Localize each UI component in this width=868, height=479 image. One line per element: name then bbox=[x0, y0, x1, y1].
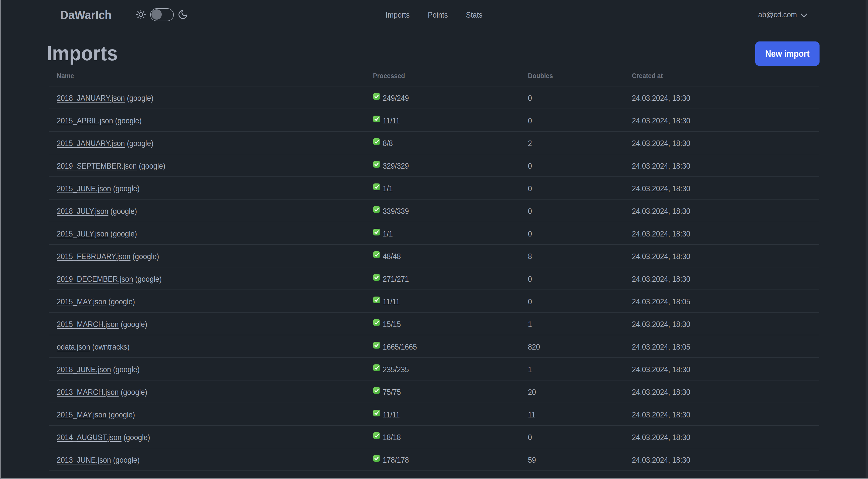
import-file-link[interactable]: 2015_JUNE.json bbox=[57, 184, 111, 193]
check-mark-button-icon bbox=[373, 115, 380, 123]
main-nav: Imports Points Stats bbox=[385, 11, 483, 19]
import-row: 2015_APRIL.json(google) 11/11 0 24.03.20… bbox=[49, 109, 819, 132]
import-doubles-cell: 820 bbox=[520, 335, 624, 357]
import-processed-count: 18/18 bbox=[383, 433, 403, 442]
import-processed-count: 1665/1665 bbox=[383, 342, 421, 352]
account-menu[interactable]: ab@cd.com bbox=[758, 0, 807, 29]
import-processed-count: 329/329 bbox=[383, 161, 412, 171]
import-file-link[interactable]: 2018_JANUARY.json bbox=[57, 93, 125, 102]
table-header-row: Name Processed Doubles Created at bbox=[49, 65, 819, 86]
import-row: 2013_MARCH.json(google) 75/75 20 24.03.2… bbox=[49, 381, 819, 403]
imports-table: Name Processed Doubles Created at 2018_J… bbox=[49, 65, 819, 479]
check-mark-button-icon bbox=[373, 455, 380, 462]
import-processed-cell: 235/235 bbox=[365, 358, 520, 380]
theme-toggle[interactable] bbox=[150, 8, 174, 21]
app-logo[interactable]: DaWarIch bbox=[60, 9, 116, 21]
import-name-cell: odata.json(owntracks) bbox=[49, 335, 365, 357]
import-source-label: (google) bbox=[133, 274, 162, 283]
import-source-label: (google) bbox=[106, 297, 135, 306]
nav-link-imports[interactable]: Imports bbox=[385, 11, 410, 19]
import-created-at-cell: 24.03.2024, 18:30 bbox=[624, 86, 819, 109]
import-doubles-cell: 0 bbox=[520, 267, 624, 290]
import-name-cell: 2013_MARCH.json(google) bbox=[49, 381, 365, 402]
import-doubles-cell: 1 bbox=[520, 312, 624, 335]
import-doubles-cell: 0 bbox=[520, 200, 624, 222]
check-mark-button-icon bbox=[373, 93, 380, 100]
import-processed-count: 11/11 bbox=[383, 297, 402, 306]
window-edge-left bbox=[0, 0, 1, 479]
nav-link-stats[interactable]: Stats bbox=[466, 11, 483, 19]
theme-toggle-knob bbox=[151, 9, 162, 20]
import-source-label: (google) bbox=[111, 184, 140, 193]
import-name-cell: 2018_JULY.json(google) bbox=[49, 200, 365, 222]
check-mark-button-icon bbox=[373, 296, 380, 304]
import-processed-cell: 15/15 bbox=[365, 312, 520, 335]
import-file-link[interactable]: 2013_MARCH.json bbox=[57, 388, 119, 396]
import-file-link[interactable]: 2015_JANUARY.json bbox=[57, 139, 125, 148]
import-row: 2018_JULY.json(google) 339/339 0 24.03.2… bbox=[49, 200, 819, 222]
column-header-name: Name bbox=[49, 65, 365, 86]
import-processed-cell: 8/8 bbox=[365, 132, 520, 154]
import-processed-count: 1/1 bbox=[383, 184, 394, 193]
import-processed-cell: 48/48 bbox=[365, 245, 520, 267]
import-file-link[interactable]: odata.json bbox=[57, 342, 90, 351]
import-processed-cell: 18/18 bbox=[365, 426, 520, 448]
import-file-link[interactable]: 2015_JULY.json bbox=[57, 229, 108, 238]
import-name-cell: 2015_FEBRUARY.json(google) bbox=[49, 245, 365, 267]
import-doubles-cell: 11 bbox=[520, 403, 624, 425]
import-row: odata.json(owntracks) 1665/1665 820 24.0… bbox=[49, 335, 819, 358]
new-import-button[interactable]: New import bbox=[755, 41, 819, 66]
import-file-link[interactable]: 2018_JULY.json bbox=[57, 207, 108, 216]
check-mark-button-icon bbox=[373, 251, 380, 258]
import-created-at-cell: 24.03.2024, 18:05 bbox=[624, 290, 819, 312]
import-source-label: (google) bbox=[111, 365, 140, 374]
import-created-at-cell: 24.03.2024, 18:30 bbox=[624, 222, 819, 244]
import-processed-count: 235/235 bbox=[383, 365, 412, 374]
import-processed-cell: 339/339 bbox=[365, 200, 520, 222]
check-mark-button-icon bbox=[373, 341, 380, 349]
import-processed-cell bbox=[365, 472, 520, 479]
import-file-link[interactable]: 2019_SEPTEMBER.json bbox=[57, 161, 137, 170]
import-doubles-cell: 0 bbox=[520, 154, 624, 176]
check-mark-button-icon bbox=[373, 160, 380, 168]
import-processed-cell: 75/75 bbox=[365, 381, 520, 402]
import-created-at-cell: 24.03.2024, 18:30 bbox=[624, 426, 819, 448]
check-mark-button-icon bbox=[373, 274, 380, 281]
app-logo-label: DaWarIch bbox=[60, 9, 112, 21]
import-processed-cell: 249/249 bbox=[365, 86, 520, 109]
import-doubles-cell: 20 bbox=[520, 381, 624, 402]
import-name-cell: 2015_JULY.json(google) bbox=[49, 222, 365, 244]
import-doubles-cell: 0 bbox=[520, 290, 624, 312]
column-header-created-at: Created at bbox=[624, 65, 819, 86]
import-row: 2015_MAY.json(google) 11/11 11 24.03.202… bbox=[49, 403, 819, 426]
import-created-at-cell: 24.03.2024, 18:30 bbox=[624, 132, 819, 154]
import-processed-count: 271/271 bbox=[383, 274, 412, 284]
import-row: 2015_JANUARY.json(google) 8/8 2 24.03.20… bbox=[49, 132, 819, 154]
import-created-at-cell: 24.03.2024, 18:30 bbox=[624, 109, 819, 131]
import-created-at-cell bbox=[624, 472, 819, 479]
import-file-link[interactable]: 2018_JUNE.json bbox=[57, 365, 111, 374]
import-file-link[interactable]: 2013_JUNE.json bbox=[57, 455, 111, 465]
import-file-link[interactable]: 2015_MAY.json bbox=[57, 297, 106, 306]
import-row-partial bbox=[49, 472, 819, 479]
nav-link-points[interactable]: Points bbox=[428, 11, 448, 19]
import-file-link[interactable]: 2014_AUGUST.json bbox=[57, 433, 122, 442]
import-file-link[interactable]: 2015_MARCH.json bbox=[57, 320, 119, 329]
import-name-cell: 2018_JANUARY.json(google) bbox=[49, 86, 365, 109]
import-doubles-cell: 0 bbox=[520, 222, 624, 244]
import-file-link[interactable]: 2015_APRIL.json bbox=[57, 116, 113, 125]
check-mark-button-icon bbox=[373, 387, 380, 394]
import-processed-cell: 11/11 bbox=[365, 290, 520, 312]
import-file-link[interactable]: 2015_FEBRUARY.json bbox=[57, 252, 131, 261]
import-file-link[interactable]: 2019_DECEMBER.json bbox=[57, 274, 133, 283]
theme-switch bbox=[135, 0, 188, 29]
import-source-label: (google) bbox=[125, 139, 153, 148]
import-created-at-cell: 24.03.2024, 18:30 bbox=[624, 312, 819, 335]
import-created-at-cell: 24.03.2024, 18:30 bbox=[624, 358, 819, 380]
import-file-link[interactable]: 2015_MAY.json bbox=[57, 410, 106, 419]
import-name-cell: 2015_MAY.json(google) bbox=[49, 403, 365, 425]
import-name-cell: 2015_MARCH.json(google) bbox=[49, 312, 365, 335]
import-doubles-cell: 0 bbox=[520, 177, 624, 199]
import-name-cell: 2014_AUGUST.json(google) bbox=[49, 426, 365, 448]
check-mark-button-icon bbox=[373, 206, 380, 213]
